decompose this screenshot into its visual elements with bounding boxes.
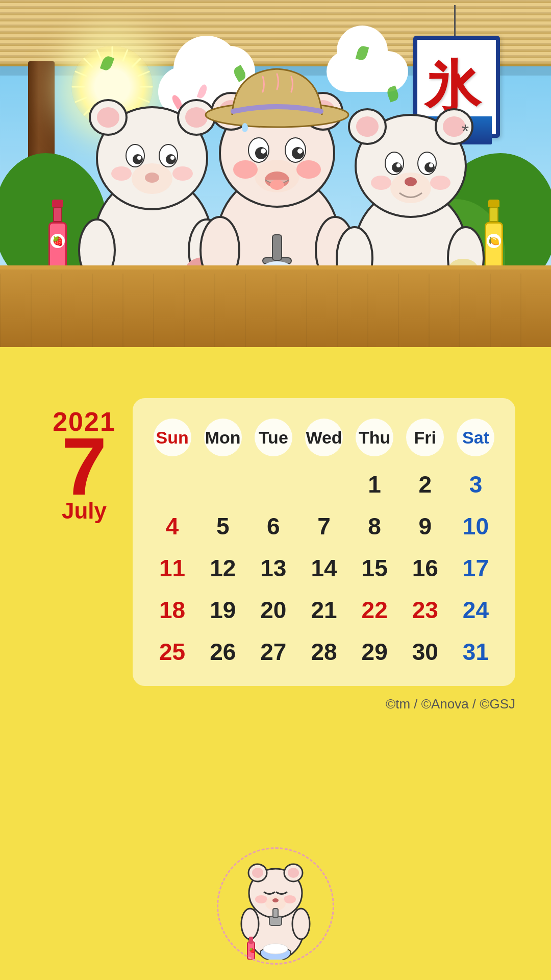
calendar-grid: Sun Mon Tue Wed Thu Fri Sat (147, 412, 501, 672)
svg-point-57 (242, 123, 248, 132)
day-empty-2 (197, 464, 248, 504)
day-27: 27 (248, 632, 298, 672)
bottom-bear-illustration: 🍓 (224, 847, 327, 965)
dashed-circle (217, 847, 334, 965)
svg-point-27 (170, 156, 174, 160)
bottle-neck (53, 207, 62, 222)
day-2: 2 (400, 464, 450, 504)
calendar-wrapper: 2021 7 July Sun Mon Tue Wed (36, 398, 515, 686)
svg-point-21 (185, 107, 208, 128)
header-tue-label: Tue (255, 419, 292, 456)
header-sat: Sat (450, 412, 501, 462)
bottle-cap (52, 200, 63, 207)
svg-text:*: * (462, 121, 469, 142)
day-5: 5 (197, 506, 248, 546)
day-22: 22 (349, 590, 400, 630)
month-name: July (62, 498, 107, 524)
syrup-bottle-right: 🍋 (482, 200, 505, 273)
svg-point-25 (166, 154, 176, 164)
day-17: 17 (450, 548, 501, 588)
header-thu: Thu (349, 412, 400, 462)
svg-point-55 (233, 160, 258, 179)
header-fri: Fri (400, 412, 450, 462)
svg-point-51 (297, 149, 303, 154)
header-sat-label: Sat (457, 419, 494, 456)
svg-point-49 (292, 147, 304, 159)
day-31: 31 (450, 632, 501, 672)
day-3: 3 (450, 464, 501, 504)
header-thu-label: Thu (356, 419, 393, 456)
wooden-counter (0, 265, 551, 347)
svg-point-29 (132, 163, 172, 194)
svg-point-48 (255, 147, 267, 159)
day-1: 1 (349, 464, 400, 504)
day-18: 18 (147, 590, 197, 630)
syrup-bottle-left: 🍓 (46, 200, 69, 273)
header-mon: Mon (197, 412, 248, 462)
svg-point-77 (429, 163, 433, 167)
day-8: 8 (349, 506, 400, 546)
illustration-section: 氷 (0, 0, 551, 347)
svg-point-50 (261, 149, 266, 154)
day-26: 26 (197, 632, 248, 672)
header-tue: Tue (248, 412, 298, 462)
day-30: 30 (400, 632, 450, 672)
svg-point-30 (111, 166, 132, 181)
svg-point-80 (371, 176, 391, 190)
header-fri-label: Fri (406, 419, 444, 456)
svg-point-56 (296, 160, 321, 179)
svg-point-24 (133, 154, 143, 164)
svg-point-81 (430, 176, 450, 190)
header-sun-label: Sun (154, 419, 191, 456)
header-wed-label: Wed (305, 419, 343, 456)
day-21: 21 (298, 590, 349, 630)
svg-point-54 (255, 160, 299, 192)
day-10: 10 (450, 506, 501, 546)
svg-point-74 (392, 162, 402, 173)
svg-point-31 (172, 166, 193, 181)
day-9: 9 (400, 506, 450, 546)
month-number: 7 (62, 430, 107, 503)
day-4: 4 (147, 506, 197, 546)
day-25: 25 (147, 632, 197, 672)
svg-point-76 (396, 163, 400, 167)
day-24: 24 (450, 590, 501, 630)
day-20: 20 (248, 590, 298, 630)
day-23: 23 (400, 590, 450, 630)
day-13: 13 (248, 548, 298, 588)
day-empty-4 (298, 464, 349, 504)
day-14: 14 (298, 548, 349, 588)
day-29: 29 (349, 632, 400, 672)
svg-rect-61 (272, 235, 282, 260)
bottle-neck-right (489, 207, 498, 222)
svg-point-69 (356, 116, 379, 137)
year-month-display: 2021 7 July (36, 398, 133, 524)
day-19: 19 (197, 590, 248, 630)
header-mon-label: Mon (204, 419, 242, 456)
day-empty-1 (147, 464, 197, 504)
day-12: 12 (197, 548, 248, 588)
day-16: 16 (400, 548, 450, 588)
day-empty-3 (248, 464, 298, 504)
day-11: 11 (147, 548, 197, 588)
header-sun: Sun (147, 412, 197, 462)
svg-point-19 (97, 107, 119, 128)
bottle-cap-right (488, 200, 499, 207)
day-15: 15 (349, 548, 400, 588)
bears-illustration: * (46, 26, 505, 296)
copyright-text: ©tm / ©Anova / ©GSJ (36, 696, 515, 712)
header-wed: Wed (298, 412, 349, 462)
day-28: 28 (298, 632, 349, 672)
svg-point-79 (405, 177, 417, 186)
counter-face (0, 274, 551, 347)
day-6: 6 (248, 506, 298, 546)
calendar-section: 2021 7 July Sun Mon Tue Wed (0, 347, 551, 980)
day-7: 7 (298, 506, 349, 546)
svg-point-26 (137, 156, 141, 160)
svg-point-75 (424, 162, 435, 173)
calendar-grid-container: Sun Mon Tue Wed Thu Fri Sat (133, 398, 515, 686)
